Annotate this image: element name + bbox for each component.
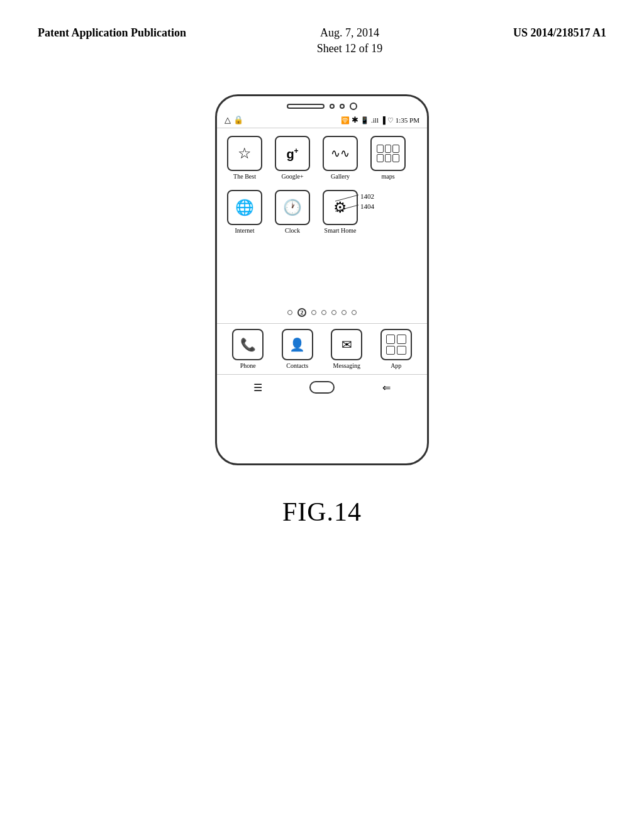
smart-home-icon-box[interactable]: ⚙ xyxy=(323,190,358,225)
time-display: 1:35 PM xyxy=(396,116,419,124)
internet-label: Internet xyxy=(235,227,254,234)
gallery-icon: ∿∿ xyxy=(331,147,350,160)
app-grid: ☆ The Best g+ Google+ ∿∿ Ga xyxy=(217,128,427,248)
page-dot-1 xyxy=(287,310,292,315)
app-maps[interactable]: maps xyxy=(367,136,409,180)
app-the-best[interactable]: ☆ The Best xyxy=(223,136,266,180)
dock-phone[interactable]: 📞 Phone xyxy=(228,329,269,369)
back-icon: ⇐ xyxy=(382,382,391,393)
triangle-icon: △ xyxy=(225,115,231,125)
the-best-label: The Best xyxy=(233,173,256,180)
google-plus-label: Google+ xyxy=(281,173,303,180)
publication-title: Patent Application Publication xyxy=(38,25,186,41)
gallery-label: Gallery xyxy=(331,173,350,180)
dock-messaging-label: Messaging xyxy=(333,362,360,369)
phone-body: △ 🔒 🛜 ✱ 📱 .ill ▐ ♡ 1:35 PM xyxy=(215,94,429,465)
home-button[interactable] xyxy=(309,381,335,394)
dock-messaging[interactable]: ✉ Messaging xyxy=(326,329,367,369)
dock-contacts[interactable]: 👤 Contacts xyxy=(277,329,318,369)
maps-icon-box[interactable] xyxy=(370,136,406,171)
maps-label: maps xyxy=(381,173,394,180)
publication-date-sheet: Aug. 7, 2014 Sheet 12 of 19 xyxy=(317,25,382,57)
app-row-1: ☆ The Best g+ Google+ ∿∿ Ga xyxy=(223,136,421,180)
bars-icon: .ill xyxy=(371,116,379,124)
figure-caption: FIG.14 xyxy=(282,497,362,527)
page-dot-6 xyxy=(341,310,347,315)
app-clock[interactable]: 🕐 Clock xyxy=(271,190,314,234)
page-dot-7 xyxy=(352,310,357,315)
phone-dot2 xyxy=(340,104,345,109)
contacts-icon: 👤 xyxy=(289,337,305,352)
signal-dots-icon: ✱ xyxy=(352,115,358,125)
menu-button[interactable]: ☰ xyxy=(253,382,262,394)
internet-icon-box[interactable]: 🌐 xyxy=(227,190,262,225)
gallery-icon-box[interactable]: ∿∿ xyxy=(323,136,358,171)
app-grid-icon xyxy=(386,335,406,355)
dock-phone-label: Phone xyxy=(240,362,256,369)
status-right-icons: 🛜 ✱ 📱 .ill ▐ ♡ 1:35 PM xyxy=(341,115,419,125)
status-bar: △ 🔒 🛜 ✱ 📱 .ill ▐ ♡ 1:35 PM xyxy=(217,114,427,128)
battery-icon: ▐ xyxy=(380,116,386,124)
phone-bottom-nav: ☰ ⇐ xyxy=(217,374,427,400)
clock-label: Clock xyxy=(285,227,300,234)
status-left-icons: △ 🔒 xyxy=(225,115,243,125)
phone-mockup: △ 🔒 🛜 ✱ 📱 .ill ▐ ♡ 1:35 PM xyxy=(215,94,429,465)
star-icon: ☆ xyxy=(238,145,252,162)
page-dot-4 xyxy=(321,310,326,315)
phone-icon: 📞 xyxy=(240,337,256,352)
page-dot-5 xyxy=(331,310,336,315)
app-gallery[interactable]: ∿∿ Gallery xyxy=(319,136,362,180)
dock-phone-icon[interactable]: 📞 xyxy=(232,329,264,360)
dock-contacts-icon[interactable]: 👤 xyxy=(282,329,313,360)
dock-contacts-label: Contacts xyxy=(286,362,308,369)
page-dot-active: 2 xyxy=(297,308,306,317)
phone-top-bar xyxy=(217,96,427,114)
annotation-1404: 1404 xyxy=(360,202,374,210)
google-plus-icon[interactable]: g+ xyxy=(275,136,310,171)
page-header: Patent Application Publication Aug. 7, 2… xyxy=(0,0,644,57)
gplus-icon: g+ xyxy=(286,147,298,162)
phone-speaker xyxy=(287,104,325,109)
phone-dot1 xyxy=(330,104,335,109)
app-google-plus[interactable]: g+ Google+ xyxy=(271,136,314,180)
page-dot-3 xyxy=(311,310,316,315)
screen-icon: 📱 xyxy=(360,116,369,124)
menu-icon: ☰ xyxy=(253,382,262,393)
the-best-icon[interactable]: ☆ xyxy=(227,136,262,171)
globe-icon: 🌐 xyxy=(235,199,254,216)
back-button[interactable]: ⇐ xyxy=(382,382,391,394)
maps-grid-icon xyxy=(377,145,399,162)
app-internet[interactable]: 🌐 Internet xyxy=(223,190,266,234)
page-indicator: 2 xyxy=(217,304,427,321)
app-row-2: 🌐 Internet 🕐 Clock ⚙ Smar xyxy=(223,190,421,234)
messaging-icon: ✉ xyxy=(341,337,352,352)
clock-icon-box[interactable]: 🕐 xyxy=(275,190,310,225)
smart-home-icon: ⚙ xyxy=(333,199,347,216)
clock-icon: 🕐 xyxy=(283,199,302,216)
heart-icon: ♡ xyxy=(387,116,394,124)
app-smart-home[interactable]: ⚙ Smart Home xyxy=(319,190,362,234)
phone-camera xyxy=(350,102,357,110)
dock: 📞 Phone 👤 Contacts ✉ Messaging xyxy=(217,323,427,374)
dock-app-icon[interactable] xyxy=(380,329,412,360)
dock-app-label: App xyxy=(391,362,401,369)
dock-app[interactable]: App xyxy=(375,329,416,369)
patent-number: US 2014/218517 A1 xyxy=(513,25,606,41)
lock-icon: 🔒 xyxy=(233,115,243,125)
main-content: △ 🔒 🛜 ✱ 📱 .ill ▐ ♡ 1:35 PM xyxy=(0,94,644,527)
spacer xyxy=(217,248,427,285)
smart-home-label: Smart Home xyxy=(325,227,357,234)
wifi-icon: 🛜 xyxy=(341,116,350,124)
dock-messaging-icon[interactable]: ✉ xyxy=(331,329,362,360)
annotation-1402: 1402 xyxy=(360,192,374,200)
